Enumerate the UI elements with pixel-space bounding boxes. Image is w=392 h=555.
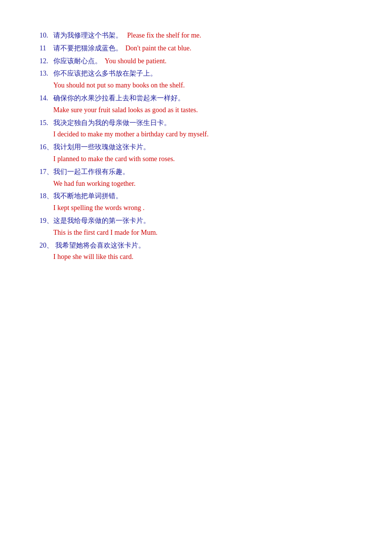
english-16: I planned to make the card with some ros… (53, 153, 353, 165)
english-20: I hope she will like this card. (53, 251, 353, 263)
sentence-17: 17、 我们一起工作很有乐趣。 We had fun working toget… (39, 166, 353, 190)
chinese-14: 确保你的水果沙拉看上去和尝起来一样好。 (53, 92, 185, 104)
number-12: 12. (39, 55, 53, 67)
number-19: 19、 (39, 215, 53, 227)
chinese-12: 你应该耐心点。 (53, 55, 102, 67)
chinese-17: 我们一起工作很有乐趣。 (53, 166, 129, 178)
sentence-20: 20、 我希望她将会喜欢这张卡片。 I hope she will like t… (39, 240, 353, 263)
english-14: Make sure your fruit salad looks as good… (53, 104, 353, 116)
sentence-12: 12. 你应该耐心点。 You should be patient. (39, 55, 353, 67)
english-15: I decided to make my mother a birthday c… (53, 128, 353, 140)
english-11: Don't paint the cat blue. (125, 43, 192, 54)
number-15: 15. (39, 117, 53, 129)
number-16: 16、 (39, 141, 53, 153)
english-17: We had fun working together. (53, 178, 353, 190)
english-19: This is the first card I made for Mum. (53, 227, 353, 239)
chinese-13: 你不应该把这么多书放在架子上。 (53, 68, 157, 80)
english-18: I kept spelling the words wrong . (53, 202, 353, 214)
chinese-18: 我不断地把单词拼错。 (53, 190, 122, 202)
sentence-15: 15. 我决定独自为我的母亲做一张生日卡。 I decided to make … (39, 117, 353, 141)
english-10: Please fix the shelf for me. (127, 30, 201, 42)
content-area: 10. 请为我修理这个书架。 Please fix the shelf for … (39, 30, 353, 263)
sentence-10: 10. 请为我修理这个书架。 Please fix the shelf for … (39, 30, 353, 42)
number-20: 20、 (39, 240, 53, 252)
sentence-13: 13. 你不应该把这么多书放在架子上。 You should not put s… (39, 68, 353, 91)
chinese-11: 请不要把猫涂成蓝色。 (53, 43, 122, 54)
sentence-18: 18、 我不断地把单词拼错。 I kept spelling the words… (39, 190, 353, 214)
chinese-15: 我决定独自为我的母亲做一张生日卡。 (53, 117, 171, 129)
number-14: 14. (39, 92, 53, 104)
sentence-16: 16、 我计划用一些玫瑰做这张卡片。 I planned to make the… (39, 141, 353, 165)
sentence-11: 11 请不要把猫涂成蓝色。 Don't paint the cat blue. (39, 43, 353, 54)
number-13: 13. (39, 68, 53, 80)
chinese-19: 这是我给母亲做的第一张卡片。 (53, 215, 150, 227)
number-17: 17、 (39, 166, 53, 178)
chinese-20: 我希望她将会喜欢这张卡片。 (53, 240, 145, 252)
number-10: 10. (39, 30, 53, 42)
english-13: You should not put so many books on the … (53, 80, 353, 91)
sentence-19: 19、 这是我给母亲做的第一张卡片。 This is the first car… (39, 215, 353, 239)
chinese-10: 请为我修理这个书架。 (53, 30, 124, 42)
english-12: You should be patient. (105, 55, 166, 67)
number-11: 11 (39, 43, 53, 54)
sentence-14: 14. 确保你的水果沙拉看上去和尝起来一样好。 Make sure your f… (39, 92, 353, 116)
number-18: 18、 (39, 190, 53, 202)
chinese-16: 我计划用一些玫瑰做这张卡片。 (53, 141, 150, 153)
